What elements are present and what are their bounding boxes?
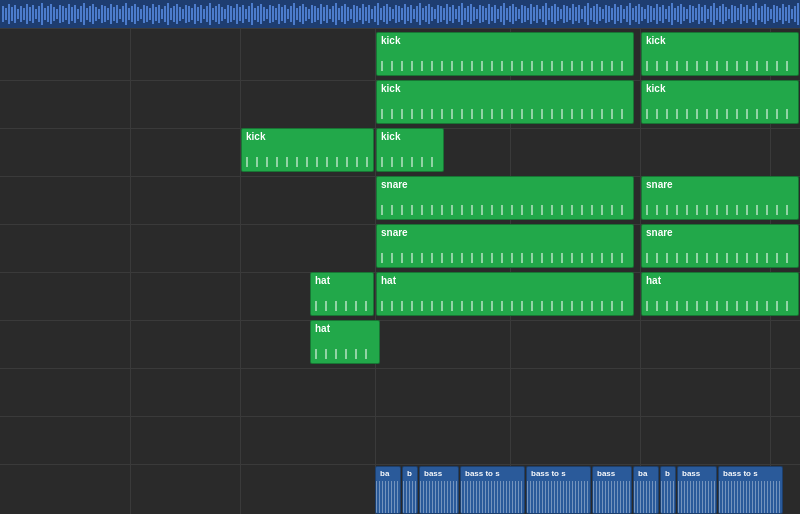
grid-col: [130, 0, 131, 514]
svg-rect-140: [419, 3, 421, 25]
svg-rect-238: [713, 3, 715, 25]
svg-rect-85: [254, 8, 256, 20]
clip-bass-bassto2[interactable]: bass to s: [526, 466, 591, 514]
grid-row: [0, 368, 800, 369]
svg-rect-235: [704, 5, 706, 23]
grid-row: [0, 320, 800, 321]
svg-rect-36: [107, 8, 109, 20]
svg-rect-255: [764, 4, 766, 24]
svg-rect-185: [554, 4, 556, 24]
svg-rect-84: [251, 3, 253, 25]
clip-kick5[interactable]: kick: [241, 128, 374, 172]
svg-rect-4: [11, 7, 13, 21]
svg-rect-17: [50, 4, 52, 24]
svg-rect-173: [518, 9, 520, 19]
svg-rect-193: [578, 5, 580, 23]
clip-bassto3-label: bass to s: [723, 469, 758, 478]
svg-rect-217: [650, 6, 652, 22]
clip-kick6[interactable]: kick: [376, 128, 444, 172]
svg-rect-246: [737, 8, 739, 20]
clip-bass-bass1[interactable]: bass: [419, 466, 459, 514]
svg-rect-29: [86, 8, 88, 20]
svg-rect-249: [746, 5, 748, 23]
clip-kick3[interactable]: kick: [376, 80, 634, 124]
svg-rect-188: [563, 5, 565, 23]
clip-kick1-label: kick: [381, 35, 400, 46]
svg-rect-24: [71, 7, 73, 21]
svg-rect-1: [2, 6, 4, 22]
clip-bass-bassto1[interactable]: bass to s: [460, 466, 525, 514]
clip-bass-b1[interactable]: b: [402, 466, 418, 514]
clip-kick4[interactable]: kick: [641, 80, 799, 124]
svg-rect-230: [689, 5, 691, 23]
svg-rect-67: [200, 5, 202, 23]
svg-rect-212: [635, 6, 637, 22]
svg-rect-187: [560, 9, 562, 19]
svg-rect-206: [617, 7, 619, 21]
svg-rect-92: [275, 8, 277, 20]
svg-rect-131: [392, 9, 394, 19]
clip-snare4[interactable]: snare: [641, 224, 799, 268]
svg-rect-111: [332, 6, 334, 22]
svg-rect-229: [686, 9, 688, 19]
clip-kick1[interactable]: kick: [376, 32, 634, 76]
svg-rect-198: [593, 6, 595, 22]
svg-rect-7: [20, 6, 22, 22]
clip-kick2-label: kick: [646, 35, 665, 46]
svg-rect-93: [278, 4, 280, 24]
svg-rect-2: [5, 8, 7, 20]
svg-rect-218: [653, 8, 655, 20]
svg-rect-261: [782, 4, 784, 24]
svg-rect-6: [17, 9, 19, 19]
clip-bass-bassto3[interactable]: bass to s: [718, 466, 783, 514]
svg-rect-199: [596, 4, 598, 24]
clip-bass-bass3[interactable]: bass: [677, 466, 717, 514]
grid-row: [0, 416, 800, 417]
clip-bass-b2[interactable]: b: [660, 466, 676, 514]
svg-rect-158: [473, 7, 475, 21]
svg-rect-42: [125, 3, 127, 25]
svg-rect-157: [470, 4, 472, 24]
clip-bass-ba2[interactable]: ba: [633, 466, 659, 514]
svg-rect-60: [179, 7, 181, 21]
svg-rect-184: [551, 6, 553, 22]
svg-rect-55: [164, 6, 166, 22]
svg-rect-75: [224, 9, 226, 19]
clip-hat3[interactable]: hat: [641, 272, 799, 316]
svg-rect-162: [485, 8, 487, 20]
svg-rect-68: [203, 9, 205, 19]
clip-bass-bass2[interactable]: bass: [592, 466, 632, 514]
svg-rect-242: [725, 7, 727, 21]
clip-snare3[interactable]: snare: [376, 224, 634, 268]
svg-rect-43: [128, 8, 130, 20]
svg-rect-174: [521, 5, 523, 23]
clip-hat2[interactable]: hat: [376, 272, 634, 316]
svg-rect-231: [692, 6, 694, 22]
clip-bassto2-label: bass to s: [531, 469, 566, 478]
svg-rect-133: [398, 6, 400, 22]
svg-rect-214: [641, 7, 643, 21]
svg-rect-177: [530, 4, 532, 24]
svg-rect-227: [680, 4, 682, 24]
svg-rect-70: [209, 3, 211, 25]
clip-bass-ba1[interactable]: ba: [375, 466, 401, 514]
clip-kick6-label: kick: [381, 131, 400, 142]
svg-rect-12: [35, 9, 37, 19]
svg-rect-56: [167, 3, 169, 25]
svg-rect-66: [197, 7, 199, 21]
clip-hat1[interactable]: hat: [310, 272, 374, 316]
clip-kick2[interactable]: kick: [641, 32, 799, 76]
clip-hat4[interactable]: hat: [310, 320, 380, 364]
svg-rect-99: [296, 8, 298, 20]
svg-rect-45: [134, 4, 136, 24]
svg-rect-215: [644, 9, 646, 19]
svg-rect-37: [110, 4, 112, 24]
svg-rect-164: [491, 7, 493, 21]
svg-rect-3: [8, 4, 10, 24]
svg-rect-197: [590, 8, 592, 20]
svg-rect-103: [308, 9, 310, 19]
clip-hat2-label: hat: [381, 275, 396, 286]
clip-snare1-label: snare: [381, 179, 408, 190]
clip-snare2[interactable]: snare: [641, 176, 799, 220]
clip-snare1[interactable]: snare: [376, 176, 634, 220]
